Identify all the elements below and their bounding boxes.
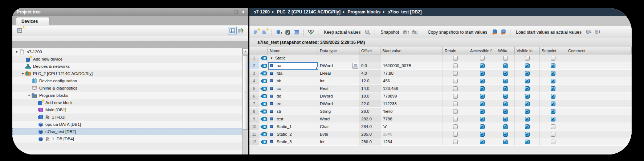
start-value-cell[interactable]: 16#0 <box>380 131 443 138</box>
setpoint-checkbox[interactable] <box>551 71 555 76</box>
writable-checkbox[interactable] <box>503 102 508 106</box>
data-type-cell[interactable]: Real <box>318 85 359 92</box>
data-type-cell[interactable] <box>318 54 359 62</box>
tree-item[interactable]: ▼ s7-1200 <box>12 48 242 55</box>
tree-item[interactable]: 块_1_DB [DB4] <box>12 135 242 143</box>
writable-checkbox[interactable] <box>503 140 508 144</box>
tree-item[interactable]: ★ Add new block <box>12 99 242 106</box>
tree-item[interactable]: 块_1 [FB1] <box>12 113 242 121</box>
setpoint-checkbox[interactable] <box>551 63 555 68</box>
data-type-dropdown-icon[interactable] <box>352 63 358 69</box>
name-cell[interactable]: cc <box>268 85 318 92</box>
setpoint-checkbox[interactable] <box>551 79 555 83</box>
tree-item[interactable]: opc ua DATA [DB1] <box>12 121 242 128</box>
accessible-checkbox[interactable] <box>480 117 485 121</box>
scrollbar-thumb[interactable]: ≡ <box>243 55 248 130</box>
tab-devices[interactable]: Devices <box>16 17 49 25</box>
comment-cell[interactable] <box>566 62 632 70</box>
writable-checkbox[interactable] <box>503 56 508 61</box>
name-cell[interactable]: ee <box>268 100 318 108</box>
setpoint-checkbox[interactable] <box>551 117 555 121</box>
visible-checkbox[interactable] <box>525 79 530 83</box>
visible-checkbox[interactable] <box>525 71 530 76</box>
breadcrumb-item[interactable]: Program blocks <box>347 9 380 15</box>
start-value-cell[interactable]: 'hello' <box>380 108 443 115</box>
writable-checkbox[interactable] <box>503 117 508 121</box>
monitor-all-icon[interactable] <box>307 29 314 35</box>
tree-expander-icon[interactable]: ▼ <box>27 94 31 97</box>
visible-checkbox[interactable] <box>525 63 530 68</box>
setpoint-checkbox[interactable] <box>551 56 555 61</box>
visible-checkbox[interactable] <box>525 140 530 144</box>
load-all-start-values-icon[interactable] <box>594 29 601 35</box>
copy-snapshots-button[interactable]: Copy snapshots to start values <box>426 30 489 35</box>
comment-cell[interactable] <box>566 123 632 131</box>
visible-checkbox[interactable] <box>525 124 530 129</box>
expander-icon[interactable]: ▼ <box>270 57 273 60</box>
comment-cell[interactable] <box>566 77 632 85</box>
insert-row-icon[interactable]: ★ <box>252 29 259 35</box>
name-cell[interactable]: Static_2 <box>268 131 318 138</box>
snapshot-down-icon[interactable] <box>411 29 418 35</box>
name-cell[interactable]: test <box>268 115 318 123</box>
load-start-value-icon[interactable] <box>585 29 592 35</box>
accessible-checkbox[interactable] <box>480 56 485 61</box>
accessible-checkbox[interactable] <box>480 63 485 68</box>
accessible-checkbox[interactable] <box>480 86 485 91</box>
visible-checkbox[interactable] <box>525 109 530 114</box>
name-cell[interactable]: dd <box>268 92 318 100</box>
tree-expander-icon[interactable]: ▼ <box>15 50 19 54</box>
setpoint-checkbox[interactable] <box>551 109 555 114</box>
name-cell[interactable]: Static_3 <box>268 138 318 146</box>
snapshot-up-icon[interactable] <box>403 29 409 35</box>
retain-checkbox[interactable] <box>453 94 458 99</box>
writable-checkbox[interactable] <box>503 79 508 83</box>
accessible-checkbox[interactable] <box>480 71 485 76</box>
accessible-checkbox[interactable] <box>480 109 485 114</box>
discard-values-icon[interactable] <box>276 29 282 35</box>
breadcrumb-item[interactable]: PLC_2 [CPU 1214C AC/DC/Rly] <box>277 9 341 15</box>
name-cell[interactable]: Static_1 <box>268 123 318 131</box>
copy-all-snapshots-icon[interactable] <box>500 29 506 35</box>
comment-cell[interactable] <box>566 100 632 108</box>
data-type-cell[interactable]: Byte <box>318 131 359 138</box>
header-start-value[interactable]: Start value <box>380 47 443 54</box>
header-name[interactable]: Name <box>268 47 318 54</box>
project-tree-scrollbar[interactable]: ∧ ≡ <box>242 48 248 154</box>
data-type-cell[interactable]: DWord <box>318 62 359 70</box>
visible-checkbox[interactable] <box>525 102 530 106</box>
retain-checkbox[interactable] <box>453 124 458 129</box>
writable-checkbox[interactable] <box>503 63 508 68</box>
row-number[interactable]: 10 <box>249 123 259 131</box>
setpoint-checkbox[interactable] <box>551 94 555 99</box>
data-type-cell[interactable]: DWord <box>318 100 359 108</box>
data-type-cell[interactable]: String <box>318 108 359 115</box>
keep-actual-values-button[interactable]: Keep actual values <box>322 30 362 35</box>
data-type-cell[interactable]: LReal <box>318 70 359 77</box>
tree-item[interactable]: Online & diagnostics <box>12 84 242 92</box>
start-value-cell[interactable]: 16#0000_007B <box>380 62 443 70</box>
start-value-cell[interactable]: 7788 <box>380 115 443 123</box>
comment-cell[interactable] <box>566 54 632 62</box>
row-number[interactable]: 8 <box>249 108 259 115</box>
breadcrumb-item[interactable]: s7iso_test [DB2] <box>388 9 422 15</box>
accessible-checkbox[interactable] <box>480 124 485 129</box>
tree-item[interactable]: ▼ Program blocks <box>12 92 242 99</box>
setpoint-checkbox[interactable] <box>551 140 555 144</box>
header-data-type[interactable]: Data type <box>318 47 359 54</box>
name-cell[interactable]: aa <box>268 62 318 70</box>
add-row-icon[interactable]: ★ <box>261 29 268 35</box>
retain-checkbox[interactable] <box>453 117 458 121</box>
retain-checkbox[interactable] <box>453 132 458 137</box>
row-number[interactable]: 6 <box>249 92 259 100</box>
header-writable[interactable]: Writa... <box>496 47 515 54</box>
comment-cell[interactable] <box>566 85 632 92</box>
row-number[interactable]: 9 <box>249 115 259 123</box>
start-value-cell[interactable] <box>380 54 443 62</box>
details-view-icon[interactable] <box>228 27 237 34</box>
header-setpoint[interactable]: Setpoint <box>540 47 566 54</box>
row-number[interactable]: 2 <box>249 62 259 70</box>
visible-checkbox[interactable] <box>525 117 530 121</box>
writable-checkbox[interactable] <box>503 94 508 99</box>
data-type-cell[interactable]: Int <box>318 138 359 146</box>
